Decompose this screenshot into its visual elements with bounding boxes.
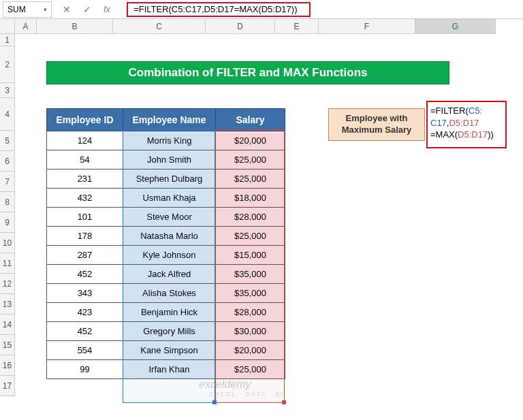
row-header-7[interactable]: 7: [0, 172, 15, 192]
title-banner: Combination of FILTER and MAX Functions: [46, 61, 449, 84]
cell-id[interactable]: 432: [47, 189, 123, 208]
row-header-3[interactable]: 3: [0, 83, 15, 98]
cell-id[interactable]: 554: [47, 341, 123, 360]
row-header-17[interactable]: 17: [0, 376, 15, 396]
cell-name[interactable]: Gregory Mills: [123, 322, 216, 341]
name-box[interactable]: SUM ▾: [3, 1, 52, 18]
selection-handle-icon[interactable]: [282, 400, 286, 404]
cell-id[interactable]: 101: [47, 208, 123, 227]
column-header-e[interactable]: E: [275, 19, 319, 34]
cell-salary[interactable]: $25,000: [216, 227, 285, 246]
employee-table: Employee ID Employee Name Salary 124Morr…: [46, 108, 285, 379]
column-header-a[interactable]: A: [15, 19, 37, 34]
column-header-d[interactable]: D: [206, 19, 275, 34]
cell-name[interactable]: Irfan Khan: [123, 360, 216, 379]
cell-salary[interactable]: $28,000: [216, 208, 285, 227]
column-header-c[interactable]: C: [113, 19, 206, 34]
column-header-b[interactable]: B: [37, 19, 113, 34]
column-header-g[interactable]: G: [415, 19, 496, 34]
cell-id[interactable]: 452: [47, 322, 123, 341]
row-header-11[interactable]: 11: [0, 253, 15, 274]
row-header-5[interactable]: 5: [0, 131, 15, 151]
table-row: 124Morris King$20,000: [47, 131, 285, 150]
cell-id[interactable]: 423: [47, 303, 123, 322]
cell-id[interactable]: 343: [47, 284, 123, 303]
fx-icon[interactable]: fx: [104, 4, 116, 14]
confirm-icon[interactable]: ✓: [83, 4, 91, 15]
row-header-14[interactable]: 14: [0, 314, 15, 335]
result-label-line1: Employee with: [345, 113, 407, 125]
cell-salary[interactable]: $30,000: [216, 322, 285, 341]
column-header-f[interactable]: F: [319, 19, 415, 34]
formula-part: =MAX(: [430, 129, 458, 140]
namebox-bar: SUM ▾ ✕ ✓ fx =FILTER(C5:C17,D5:D17=MAX(D…: [0, 0, 523, 19]
cell-salary[interactable]: $28,000: [216, 303, 285, 322]
row-header-10[interactable]: 10: [0, 233, 15, 253]
row-header-16[interactable]: 16: [0, 355, 15, 376]
row-header-12[interactable]: 12: [0, 274, 15, 294]
cell-salary[interactable]: $18,000: [216, 189, 285, 208]
cell-name[interactable]: Usman Khaja: [123, 189, 216, 208]
formula-bar[interactable]: =FILTER(C5:C17,D5:D17=MAX(D5:D17)): [127, 2, 311, 17]
selection-handle-icon[interactable]: [212, 400, 217, 404]
sheet-area[interactable]: Combination of FILTER and MAX Functions …: [15, 34, 523, 396]
row-headers: 1234567891011121314151617: [0, 34, 15, 396]
column-headers: ABCDEFG: [15, 19, 496, 34]
row-header-9[interactable]: 9: [0, 212, 15, 233]
header-id: Employee ID: [47, 109, 123, 131]
cell-id[interactable]: 287: [47, 246, 123, 265]
row-header-8[interactable]: 8: [0, 192, 15, 212]
table-row: 343Alisha Stokes$35,000: [47, 284, 285, 303]
cell-name[interactable]: Benjamin Hick: [123, 303, 216, 322]
cell-id[interactable]: 178: [47, 227, 123, 246]
cell-id[interactable]: 54: [47, 150, 123, 169]
cell-id[interactable]: 124: [47, 131, 123, 150]
cell-name[interactable]: Stephen Dulbarg: [123, 169, 216, 189]
cell-id[interactable]: 231: [47, 169, 123, 189]
cell-salary[interactable]: $25,000: [216, 150, 285, 169]
cell-name[interactable]: Alisha Stokes: [123, 284, 216, 303]
cell-name[interactable]: Morris King: [123, 131, 216, 150]
cell-salary[interactable]: $20,000: [216, 341, 285, 360]
header-name: Employee Name: [123, 109, 216, 131]
table-row: 101Steve Moor$28,000: [47, 208, 285, 227]
cell-id[interactable]: 99: [47, 360, 123, 379]
table-row: 423Benjamin Hick$28,000: [47, 303, 285, 322]
cell-salary[interactable]: $20,000: [216, 131, 285, 150]
table-row: 231Stephen Dulbarg$25,000: [47, 169, 285, 189]
cell-salary[interactable]: $35,000: [216, 284, 285, 303]
row-header-13[interactable]: 13: [0, 294, 15, 314]
cell-salary[interactable]: $25,000: [216, 360, 285, 379]
cell-id[interactable]: 452: [47, 265, 123, 284]
table-row: 178Natasha Marlo$25,000: [47, 227, 285, 246]
table-header-row: Employee ID Employee Name Salary: [47, 109, 285, 131]
cell-name[interactable]: John Smith: [123, 150, 216, 169]
cancel-icon[interactable]: ✕: [63, 4, 71, 15]
row-header-4[interactable]: 4: [0, 98, 15, 131]
cell-salary[interactable]: $35,000: [216, 265, 285, 284]
active-cell-g4[interactable]: =FILTER(C5: C17,D5:D17 =MAX(D5:D17)): [426, 101, 507, 148]
table-row: 554Kane Simpson$20,000: [47, 341, 285, 360]
table-row: 287Kyle Johnson$15,000: [47, 246, 285, 265]
cell-name[interactable]: Kyle Johnson: [123, 246, 216, 265]
table-row: 452Gregory Mills$30,000: [47, 322, 285, 341]
table-row: 452Jack Alfred$35,000: [47, 265, 285, 284]
title-text: Combination of FILTER and MAX Functions: [129, 66, 368, 80]
row-header-6[interactable]: 6: [0, 151, 15, 172]
row-header-1[interactable]: 1: [0, 34, 15, 46]
table-row: 99Irfan Khan$25,000: [47, 360, 285, 379]
cell-name[interactable]: Steve Moor: [123, 208, 216, 227]
formula-part: )): [488, 129, 494, 140]
name-box-text: SUM: [7, 5, 26, 14]
cell-name[interactable]: Kane Simpson: [123, 341, 216, 360]
row-header-2[interactable]: 2: [0, 46, 15, 83]
cell-name[interactable]: Jack Alfred: [123, 265, 216, 284]
cell-salary[interactable]: $25,000: [216, 169, 285, 189]
cell-salary[interactable]: $15,000: [216, 246, 285, 265]
formula-part: =FILTER(: [430, 106, 469, 116]
cell-name[interactable]: Natasha Marlo: [123, 227, 216, 246]
watermark: exceldemy: [199, 378, 251, 391]
name-box-dropdown-icon[interactable]: ▾: [44, 6, 47, 13]
row-header-15[interactable]: 15: [0, 335, 15, 355]
select-all-corner[interactable]: [0, 19, 15, 34]
